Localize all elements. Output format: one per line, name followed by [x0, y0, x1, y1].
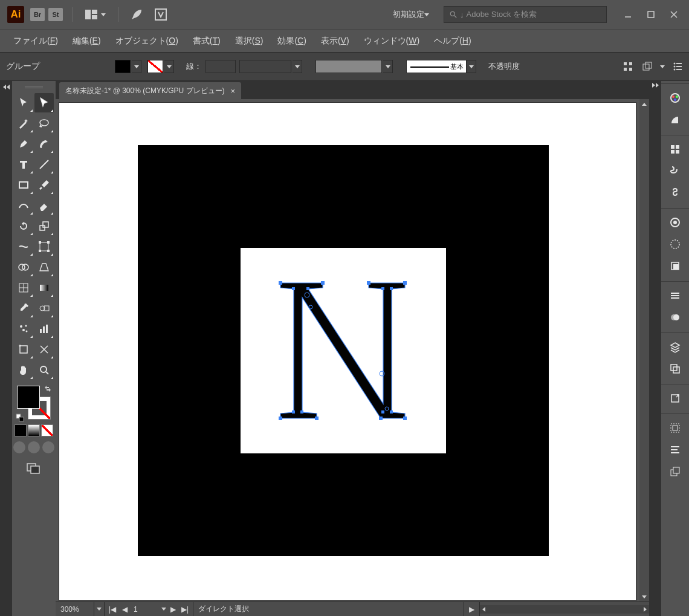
- fill-color[interactable]: [17, 386, 40, 409]
- zoom-level[interactable]: 300%: [56, 602, 94, 616]
- panel-symbols[interactable]: [665, 183, 685, 203]
- tool-selection[interactable]: [14, 93, 33, 112]
- draw-behind[interactable]: [28, 441, 40, 453]
- menu-w[interactable]: ウィンドウ(W): [357, 32, 427, 50]
- artboard[interactable]: [59, 103, 636, 600]
- maximize-button[interactable]: [639, 6, 662, 23]
- tool-paintbrush[interactable]: [34, 175, 54, 195]
- tool-curvature[interactable]: [34, 134, 54, 154]
- tool-perspective[interactable]: [34, 258, 54, 277]
- tool-magic-wand[interactable]: [14, 114, 33, 133]
- vertical-scrollbar[interactable]: [639, 99, 649, 601]
- menu-f[interactable]: ファイル(F): [6, 32, 65, 50]
- panel-asset-export[interactable]: [665, 388, 685, 409]
- draw-inside[interactable]: [42, 441, 54, 453]
- white-rectangle-object[interactable]: [241, 248, 446, 453]
- brush-dropdown[interactable]: [467, 60, 476, 73]
- color-mode-none[interactable]: [41, 424, 53, 436]
- panel-stroke[interactable]: [665, 285, 685, 306]
- gpu-icon[interactable]: [154, 7, 168, 22]
- menu-c[interactable]: 効果(C): [270, 32, 313, 50]
- panel-graphic-styles[interactable]: [665, 256, 685, 276]
- stroke-swatch[interactable]: [147, 60, 163, 73]
- horizontal-scrollbar[interactable]: [480, 605, 649, 614]
- panel-cc-libraries[interactable]: [665, 212, 685, 233]
- tool-lasso[interactable]: [34, 114, 54, 133]
- workspace-switcher[interactable]: 初期設定: [387, 5, 435, 24]
- tool-blend[interactable]: [34, 299, 54, 318]
- panel-brushes[interactable]: [665, 161, 685, 181]
- panel-transparency[interactable]: [665, 307, 685, 328]
- tool-collapse-strip[interactable]: [0, 81, 12, 616]
- tool-scale[interactable]: [34, 216, 54, 236]
- fill-stroke-indicator[interactable]: [17, 386, 51, 420]
- default-fill-stroke-icon[interactable]: [16, 413, 24, 422]
- panel-align[interactable]: [665, 418, 685, 438]
- stock-badge[interactable]: St: [48, 8, 63, 21]
- tool-graph[interactable]: [34, 319, 54, 339]
- stroke-dropdown[interactable]: [164, 60, 174, 73]
- panel-layers[interactable]: [665, 337, 685, 357]
- stroke-weight[interactable]: [205, 60, 236, 73]
- fill-dropdown[interactable]: [132, 60, 141, 73]
- black-rectangle-object[interactable]: [138, 145, 549, 556]
- panel-artboards[interactable]: [665, 358, 685, 379]
- tool-gradient[interactable]: [34, 278, 54, 297]
- canvas[interactable]: [56, 99, 649, 601]
- first-artboard-button[interactable]: |◀: [107, 604, 118, 615]
- close-button[interactable]: [662, 6, 685, 23]
- tool-rectangle[interactable]: [14, 175, 33, 195]
- prev-artboard-button[interactable]: ◀: [119, 604, 130, 615]
- tool-eyedropper[interactable]: [14, 299, 33, 318]
- search-field[interactable]: ↓ Adobe Stock を検索: [444, 6, 607, 23]
- panel-pathfinder[interactable]: [665, 439, 685, 460]
- panel-color-guide[interactable]: [665, 109, 685, 130]
- tool-type[interactable]: [14, 155, 33, 174]
- tool-pen[interactable]: [14, 134, 33, 154]
- draw-normal[interactable]: [13, 441, 25, 453]
- minimize-button[interactable]: [616, 6, 639, 23]
- screen-mode[interactable]: [25, 462, 42, 475]
- gs-dropdown[interactable]: [383, 60, 393, 73]
- panel-transform[interactable]: [665, 461, 685, 482]
- document-tab[interactable]: 名称未設定-1* @ 300% (CMYK/GPU プレビュー) ×: [59, 82, 241, 99]
- tool-eraser[interactable]: [34, 196, 54, 215]
- tool-direct-select[interactable]: [34, 93, 54, 112]
- tool-zoom[interactable]: [34, 360, 54, 380]
- right-collapse-strip[interactable]: [649, 81, 661, 616]
- menu-s[interactable]: 選択(S): [228, 32, 271, 50]
- list-icon[interactable]: [671, 60, 684, 73]
- fill-swatch[interactable]: [115, 60, 131, 73]
- tool-hand[interactable]: [14, 360, 33, 380]
- tool-mesh[interactable]: [14, 278, 33, 297]
- bridge-badge[interactable]: Br: [30, 8, 45, 21]
- swap-fill-stroke-icon[interactable]: [44, 384, 52, 393]
- n-path-object[interactable]: [274, 277, 411, 426]
- next-artboard-button[interactable]: ▶: [167, 604, 178, 615]
- tab-close-icon[interactable]: ×: [231, 86, 236, 96]
- panel-appearance[interactable]: [665, 234, 685, 255]
- graphic-style[interactable]: [315, 60, 382, 73]
- align-icon[interactable]: [621, 60, 635, 73]
- tool-width[interactable]: [14, 237, 33, 256]
- arrange-icon[interactable]: [84, 7, 99, 22]
- feather-icon[interactable]: [129, 7, 144, 22]
- brush-definition[interactable]: 基本: [406, 60, 467, 73]
- tool-shaper[interactable]: [14, 196, 33, 215]
- menu-e[interactable]: 編集(E): [65, 32, 108, 50]
- tool-rotate[interactable]: [14, 216, 33, 236]
- tool-symbol-sprayer[interactable]: [14, 319, 33, 339]
- variable-width[interactable]: [239, 60, 291, 73]
- menu-h[interactable]: ヘルプ(H): [427, 32, 478, 50]
- menu-o[interactable]: オブジェクト(O): [108, 32, 186, 50]
- color-mode-gradient[interactable]: [28, 424, 40, 436]
- menu-v[interactable]: 表示(V): [314, 32, 357, 50]
- menu-t[interactable]: 書式(T): [186, 32, 228, 50]
- tool-line[interactable]: [34, 155, 54, 174]
- panel-swatches[interactable]: [665, 139, 685, 160]
- tool-artboard[interactable]: [14, 340, 33, 359]
- panel-color[interactable]: [665, 88, 685, 108]
- artboard-number[interactable]: [131, 605, 160, 614]
- shape-icon[interactable]: [641, 60, 654, 73]
- last-artboard-button[interactable]: ▶|: [180, 604, 190, 615]
